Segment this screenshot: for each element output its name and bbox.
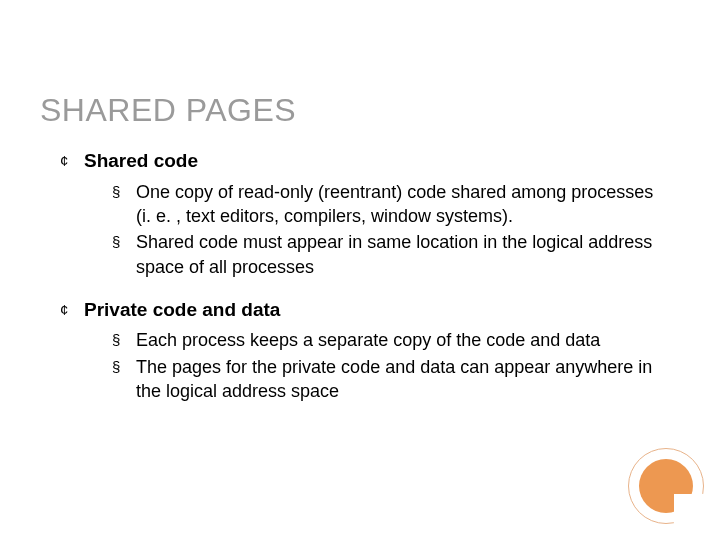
list-item: § The pages for the private code and dat… [112,355,660,404]
section-heading-row: ¢ Private code and data [60,297,660,323]
bullet-l2-icon: § [112,328,136,350]
bullet-l2-icon: § [112,355,136,377]
list-item-text: One copy of read-only (reentrant) code s… [136,180,660,229]
list-item: § Shared code must appear in same locati… [112,230,660,279]
section-body: § One copy of read-only (reentrant) code… [112,180,660,279]
list-item: § Each process keeps a separate copy of … [112,328,660,352]
slide-title: SHARED PAGES [40,92,296,129]
bullet-l1-icon: ¢ [60,297,84,320]
section-heading-row: ¢ Shared code [60,148,660,174]
list-item-text: The pages for the private code and data … [136,355,660,404]
slide: SHARED PAGES ¢ Shared code § One copy of… [0,0,720,540]
section-heading: Shared code [84,148,198,174]
section-body: § Each process keeps a separate copy of … [112,328,660,403]
list-item: § One copy of read-only (reentrant) code… [112,180,660,229]
bullet-l2-icon: § [112,180,136,202]
decorative-corner-mask [674,494,720,540]
bullet-l2-icon: § [112,230,136,252]
list-item-text: Shared code must appear in same location… [136,230,660,279]
slide-content: ¢ Shared code § One copy of read-only (r… [60,148,660,421]
list-item-text: Each process keeps a separate copy of th… [136,328,660,352]
section-heading: Private code and data [84,297,280,323]
bullet-l1-icon: ¢ [60,148,84,171]
